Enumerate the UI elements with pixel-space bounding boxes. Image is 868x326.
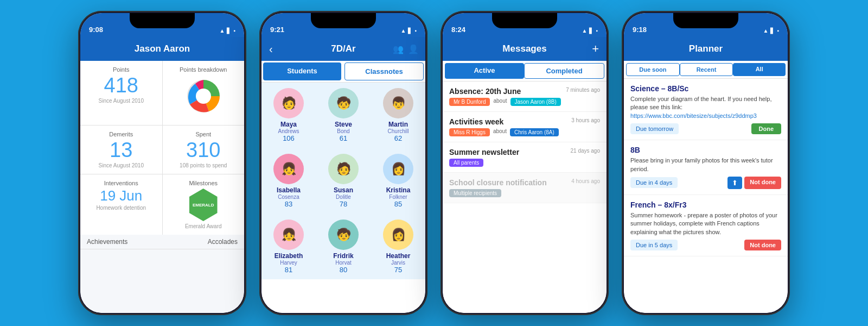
plan-btns-8b: ⬆ Not done — [727, 177, 781, 189]
tag-recipient-activities: Chris Aaron (8A) — [510, 128, 559, 136]
plan-not-done-french[interactable]: Not done — [744, 240, 781, 250]
p1-spent-label: Spent — [169, 131, 238, 137]
student-heather[interactable]: 👩 Heather Jarvis 75 — [371, 214, 425, 279]
student-fridrik[interactable]: 🧒 Fridrik Horvat 80 — [316, 214, 371, 279]
message-activities[interactable]: Activities week 3 hours ago Miss R Higgs… — [443, 112, 607, 142]
notch-3 — [492, 13, 557, 28]
upload-button-8b[interactable]: ⬆ — [727, 177, 742, 189]
student-isabella[interactable]: 👧 Isabella Cosenza 83 — [261, 148, 316, 214]
plan-due-french: Due in 5 days — [630, 240, 678, 250]
tag-about-activities: about — [493, 128, 507, 136]
student-elizabeth[interactable]: 👧 Elizabeth Harvey 81 — [261, 214, 316, 279]
tab-students[interactable]: Students — [263, 62, 341, 80]
student-name-maya: Maya — [265, 121, 312, 128]
tag-sender-activities: Miss R Higgs — [449, 128, 490, 136]
p4-screen-content: Due soon Recent All Science – 8B/Sc Comp… — [624, 61, 788, 313]
msg-header-closure: School closure notification 4 hours ago — [449, 178, 600, 187]
student-maya[interactable]: 🧑 Maya Andrews 106 — [261, 83, 316, 148]
plan-not-done-8b[interactable]: Not done — [744, 177, 781, 189]
student-surname-fridrik: Horvat — [320, 260, 367, 266]
plan-subject-french: French – 8x/Fr3 — [630, 200, 781, 209]
p1-milestones-label: Milestones — [169, 180, 238, 186]
wifi-icon-4: ▲ — [763, 28, 769, 34]
time-1: 9:08 — [89, 26, 103, 34]
phone-1: 9:08 ▲ ▋ ▪ Jason Aaron Points 418 — [78, 11, 246, 315]
battery-icon-2: ▪ — [414, 28, 417, 34]
group-icon[interactable]: 👥 — [393, 44, 404, 54]
avatar-isabella: 👧 — [273, 154, 304, 184]
message-absence[interactable]: Absence: 20th June 7 minutes ago Mr B Du… — [443, 82, 607, 112]
p1-screen-content: Points 418 Since August 2010 Points brea… — [80, 61, 244, 313]
achievements-label: Achievements — [87, 238, 127, 246]
status-icons-1: ▲ ▋ ▪ — [220, 28, 235, 34]
message-newsletter[interactable]: Summer newsletter 21 days ago All parent… — [443, 142, 607, 173]
p1-spent-cell: Spent 310 108 points to spend — [163, 126, 245, 174]
student-points-kristina: 85 — [374, 200, 422, 208]
emerald-badge: EMERALD — [187, 189, 220, 221]
signal-icon: ▋ — [227, 28, 231, 34]
msg-title-closure: School closure notification — [449, 178, 547, 187]
student-surname-isabella: Cosenza — [265, 194, 312, 200]
students-grid: 🧑 Maya Andrews 106 🧒 Steve Bond 61 — [261, 83, 425, 279]
svg-point-1 — [196, 89, 211, 104]
tab-all[interactable]: All — [733, 63, 786, 76]
student-points-elizabeth: 81 — [265, 266, 312, 274]
msg-tags-absence: Mr B Dunford about Jason Aaron (8B) — [449, 98, 600, 106]
msg-title-absence: Absence: 20th June — [449, 87, 521, 96]
student-surname-susan: Dolitle — [320, 194, 367, 200]
p1-points-sub: Since August 2010 — [87, 98, 156, 104]
profile-icon[interactable]: 👤 — [408, 44, 419, 54]
msg-tab-bar: Active Completed — [443, 61, 607, 82]
phones-container: 9:08 ▲ ▋ ▪ Jason Aaron Points 418 — [69, 2, 799, 324]
p2-screen-content: Students Classnotes 🧑 Maya Andrews 106 🧒 — [261, 61, 425, 313]
student-name-steve: Steve — [320, 121, 367, 128]
student-name-elizabeth: Elizabeth — [265, 252, 312, 260]
p3-screen-content: Active Completed Absence: 20th June 7 mi… — [443, 61, 607, 313]
tab-completed[interactable]: Completed — [524, 63, 604, 79]
accolades-label: Accolades — [208, 238, 238, 246]
student-surname-heather: Jarvis — [374, 260, 422, 266]
avatar-fridrik: 🧒 — [328, 220, 359, 250]
student-surname-martin: Churchill — [374, 128, 422, 134]
student-points-maya: 106 — [265, 134, 312, 142]
student-name-fridrik: Fridrik — [320, 252, 367, 260]
student-name-heather: Heather — [374, 252, 422, 260]
tab-due-soon[interactable]: Due soon — [626, 63, 680, 76]
avatar-steve: 🧒 — [328, 88, 359, 118]
avatar-susan: 🧑 — [328, 154, 359, 184]
p1-interventions-value: 19 Jun — [87, 189, 156, 203]
tab-active[interactable]: Active — [445, 63, 524, 79]
student-susan[interactable]: 🧑 Susan Dolitle 78 — [316, 148, 371, 214]
signal-icon-4: ▋ — [770, 28, 775, 34]
nav-title-3: Messages — [502, 43, 546, 54]
student-kristina[interactable]: 👩 Kristina Folkner 85 — [371, 148, 425, 214]
signal-icon-2: ▋ — [408, 28, 412, 34]
student-name-kristina: Kristina — [374, 186, 422, 194]
avatar-heather: 👩 — [383, 220, 413, 250]
plan-desc-french: Summer homework - prepare a poster of ph… — [630, 211, 781, 236]
notch-1 — [130, 13, 195, 28]
student-surname-kristina: Folkner — [374, 194, 422, 200]
student-martin[interactable]: 👦 Martin Churchill 62 — [371, 83, 425, 148]
add-message-button[interactable]: + — [592, 42, 599, 56]
wifi-icon: ▲ — [220, 28, 225, 34]
nav-icons-right-2: 👥 👤 — [393, 44, 419, 54]
tag-sender-closure: Multiple recipients — [449, 189, 501, 197]
message-closure[interactable]: School closure notification 4 hours ago … — [443, 173, 607, 203]
tag-recipient-absence: Jason Aaron (8B) — [510, 98, 561, 106]
p1-milestones-cell: Milestones EMERALD Emerald Award — [163, 174, 245, 235]
tab-classnotes[interactable]: Classnotes — [344, 62, 424, 80]
plan-link-science[interactable]: https://www.bbc.com/bitesize/subjects/z9… — [630, 112, 757, 119]
emerald-sub: Emerald Award — [169, 223, 238, 229]
avatar-martin: 👦 — [383, 88, 413, 118]
status-icons-2: ▲ ▋ ▪ — [401, 28, 417, 34]
msg-time-newsletter: 21 days ago — [571, 148, 601, 156]
wifi-icon-2: ▲ — [401, 28, 406, 34]
tab-recent[interactable]: Recent — [680, 63, 733, 76]
p1-points-cell: Points 418 Since August 2010 — [80, 61, 162, 125]
nav-bar-1: Jason Aaron — [80, 37, 244, 61]
plan-done-science[interactable]: Done — [751, 123, 782, 134]
back-button-2[interactable]: ‹ — [269, 43, 273, 55]
student-steve[interactable]: 🧒 Steve Bond 61 — [316, 83, 371, 148]
p1-spent-value: 310 — [169, 140, 238, 160]
